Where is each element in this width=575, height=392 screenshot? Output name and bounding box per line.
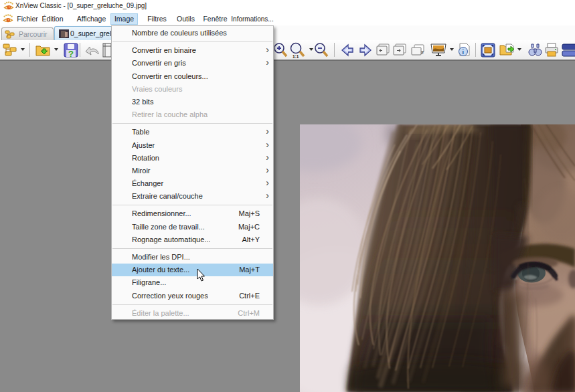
- svg-text:1:1: 1:1: [293, 54, 299, 59]
- svg-text:?: ?: [68, 49, 74, 58]
- svg-text:i: i: [463, 49, 465, 56]
- svg-text:2: 2: [421, 50, 424, 55]
